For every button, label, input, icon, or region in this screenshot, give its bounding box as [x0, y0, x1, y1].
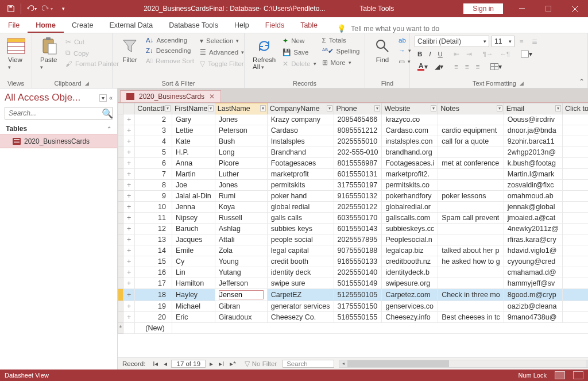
table-row[interactable]: + 13 Jacques Attali people social 202555…	[118, 234, 589, 245]
row-selector[interactable]	[118, 256, 123, 267]
cell-website[interactable]: gallscalls.com	[382, 213, 438, 224]
cell-notes[interactable]	[438, 202, 504, 213]
cell-contactid[interactable]: 13	[135, 234, 172, 245]
expand-cell[interactable]: +	[123, 234, 135, 245]
cell-contactid[interactable]: 17	[135, 278, 172, 289]
cell-email[interactable]: k.bush@footag	[504, 158, 562, 169]
cell-contactid[interactable]: (New)	[135, 323, 172, 334]
cell-phone[interactable]: 202-555-010	[334, 147, 382, 158]
align-left-button[interactable]: ≡	[451, 62, 461, 71]
column-dropdown-icon[interactable]: ▾	[327, 105, 332, 111]
table-row[interactable]: + 8 Joe Jones permitskits 3175550197 per…	[118, 180, 589, 191]
cell-email[interactable]: cmahamad.d@	[504, 267, 562, 278]
table-row[interactable]: + 4 Kate Bush Instalsples 2025555010 ins…	[118, 136, 589, 147]
cell-phone[interactable]: 2025555010	[334, 136, 382, 147]
new-record-button[interactable]: ✦New	[280, 36, 318, 46]
align-right-button[interactable]: ≡	[473, 62, 483, 71]
cell-contactid[interactable]: 5	[135, 147, 172, 158]
column-header[interactable]: Notes▾	[438, 103, 504, 114]
numbering-button[interactable]: ≣	[529, 36, 540, 47]
cell-firstname[interactable]: Kate	[172, 136, 215, 147]
column-header[interactable]: Website▾	[382, 103, 438, 114]
cell-lastname[interactable]: Koya	[215, 202, 267, 213]
cell-extra[interactable]	[562, 136, 588, 147]
bold-button[interactable]: B	[415, 49, 425, 59]
cell-website[interactable]: brandhand.org	[382, 147, 438, 158]
table-row[interactable]: + 12 Baruch Ashlag subbies keys 60155501…	[118, 224, 589, 234]
cell-firstname[interactable]: Hamilton	[172, 278, 215, 289]
cell-website[interactable]: Cheesezy.info	[382, 312, 438, 323]
cell-website[interactable]: creditbooth.nz	[382, 256, 438, 267]
cell-lastname[interactable]: Picore	[215, 158, 267, 169]
filter-button[interactable]: Filter	[117, 36, 142, 64]
cell-phone[interactable]: 3175550150	[334, 301, 382, 312]
last-record-button[interactable]: ▸I	[216, 360, 227, 368]
expand-cell[interactable]: +	[123, 191, 135, 202]
cell-lastname[interactable]: Long	[215, 147, 267, 158]
row-selector[interactable]	[118, 147, 123, 158]
cell-lastname[interactable]: Yutang	[215, 267, 267, 278]
column-dropdown-icon[interactable]: ▾	[260, 105, 266, 111]
cell-phone[interactable]: 5015550149	[334, 278, 382, 289]
cell-website[interactable]: genservices.co	[382, 301, 438, 312]
select-all-cell[interactable]	[118, 103, 123, 114]
cell-notes[interactable]: Check in three mo	[438, 289, 504, 301]
cell-firstname[interactable]: Lettie	[172, 125, 215, 136]
cell-company[interactable]: marketprofit	[267, 169, 334, 180]
paste-button[interactable]: Paste	[37, 36, 62, 71]
view-button[interactable]: View	[5, 36, 27, 71]
cell-contactid[interactable]: 20	[135, 312, 172, 323]
cell-company[interactable]: swipe sure	[267, 278, 334, 289]
expand-cell[interactable]	[123, 323, 135, 334]
row-selector[interactable]	[118, 136, 123, 147]
cell-contactid[interactable]: 8	[135, 180, 172, 191]
tab-table[interactable]: Table	[292, 18, 326, 33]
gridlines-button[interactable]: ▾	[488, 61, 505, 72]
cell-lastname[interactable]	[215, 289, 267, 301]
new-row[interactable]: * (New)	[118, 323, 589, 334]
cell-contactid[interactable]: 2	[135, 114, 172, 125]
search-icon[interactable]: 🔍	[99, 108, 116, 119]
cell-website[interactable]: legalcap.biz	[382, 245, 438, 256]
close-button[interactable]	[562, 0, 588, 17]
cell-extra[interactable]	[562, 169, 588, 180]
cell-extra[interactable]	[562, 267, 588, 278]
cell-editor[interactable]	[219, 290, 264, 299]
row-selector[interactable]	[118, 278, 123, 289]
cell-contactid[interactable]: 10	[135, 202, 172, 213]
cell-firstname[interactable]: Jenna	[172, 202, 215, 213]
table-row[interactable]: + 3 Lettie Peterson Cardaso 8085551212 C…	[118, 125, 589, 136]
cell-website[interactable]: permitskits.co	[382, 180, 438, 191]
cell-email[interactable]: Oouss@ircdriv	[504, 114, 562, 125]
cell-contactid[interactable]: 18	[135, 289, 172, 301]
column-header[interactable]: CompanyName▾	[267, 103, 334, 114]
cell-firstname[interactable]: Jacques	[172, 234, 215, 245]
tab-file[interactable]: File	[0, 18, 28, 33]
decrease-indent-button[interactable]: ⇤	[451, 49, 462, 59]
cell-phone[interactable]: 6015550143	[334, 224, 382, 234]
cell-firstname[interactable]: Hayley	[172, 289, 215, 301]
cell-website[interactable]: Cardaso.com	[382, 125, 438, 136]
cell-company[interactable]: Instalsples	[267, 136, 334, 147]
font-color-button[interactable]: A▾	[415, 61, 431, 72]
totals-button[interactable]: ΣTotals	[320, 36, 362, 45]
nav-category-tables[interactable]: Tables⌃	[0, 123, 117, 134]
expand-cell[interactable]: +	[123, 125, 135, 136]
cell-notes[interactable]: cardio equipment	[438, 125, 504, 136]
cell-firstname[interactable]: Lin	[172, 267, 215, 278]
tab-create[interactable]: Create	[64, 18, 102, 33]
scroll-left-button[interactable]: ◂	[339, 360, 347, 367]
cell-phone[interactable]: 6035550170	[334, 213, 382, 224]
cell-extra[interactable]	[562, 202, 588, 213]
column-dropdown-icon[interactable]: ▾	[555, 105, 561, 111]
bullets-button[interactable]: ≡	[517, 37, 527, 46]
redo-icon[interactable]: ▾	[40, 1, 55, 16]
cell-lastname[interactable]: Zola	[215, 245, 267, 256]
cell-extra[interactable]	[562, 312, 588, 323]
nav-header[interactable]: All Access Obje...	[5, 92, 97, 103]
tab-home[interactable]: Home	[28, 18, 64, 33]
expand-cell[interactable]: +	[123, 169, 135, 180]
cell-lastname[interactable]: Giraudoux	[215, 312, 267, 323]
qat-customize-icon[interactable]: ▾	[56, 1, 71, 16]
document-tab[interactable]: 2020_BusinessCards ✕	[120, 90, 221, 102]
